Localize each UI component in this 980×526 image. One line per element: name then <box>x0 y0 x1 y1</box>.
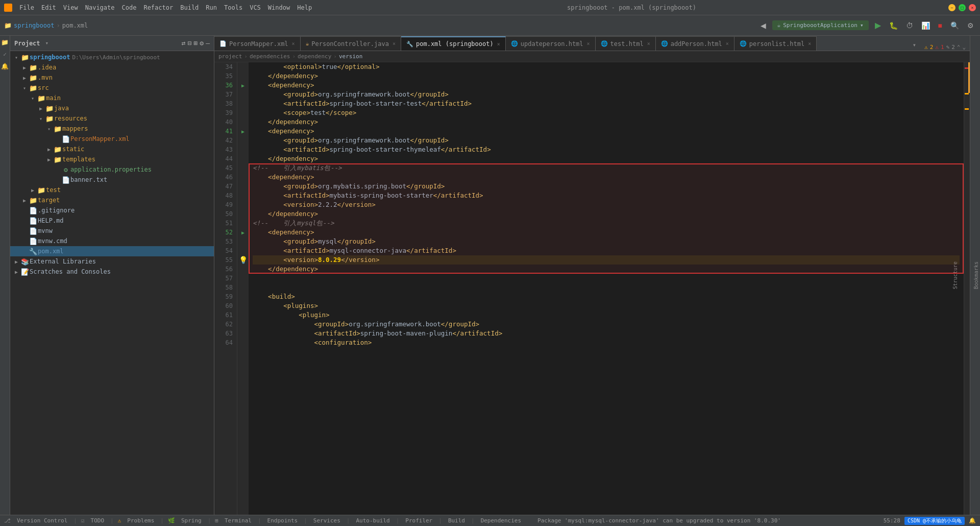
statusbar-build[interactable]: Build <box>446 517 467 524</box>
tab-pom[interactable]: 🔧 pom.xml (springbooot) × <box>401 36 506 51</box>
maximize-button[interactable]: □ <box>959 4 966 11</box>
collapse-tab-icon[interactable]: ⌄ <box>962 44 966 51</box>
tree-scratches[interactable]: ▶ 📝 Scratches and Consoles <box>10 267 214 277</box>
tab-addperson[interactable]: 🌐 addPerson.html × <box>656 36 734 51</box>
menu-window[interactable]: Window <box>265 3 293 12</box>
run-gutter-52[interactable]: ▶ <box>241 230 244 235</box>
tree-mvnw-cmd[interactable]: ▶ 📄 mvnw.cmd <box>10 236 214 246</box>
debug-button[interactable]: 🐛 <box>887 20 900 31</box>
tab-pc-close[interactable]: × <box>393 41 396 46</box>
menu-edit[interactable]: Edit <box>38 3 59 12</box>
tree-static[interactable]: ▶ 📁 static <box>10 144 214 154</box>
statusbar-todo[interactable]: TODO <box>89 517 107 524</box>
tab-pom-close[interactable]: × <box>497 41 500 47</box>
tab-ap-close[interactable]: × <box>726 41 729 46</box>
tree-app-prop[interactable]: ▶ ⚙ application.properties <box>10 164 214 175</box>
menu-vcs[interactable]: VCS <box>247 3 264 12</box>
coverage-button[interactable]: 📊 <box>919 20 932 31</box>
gutter-55[interactable]: 💡 <box>237 255 249 265</box>
tree-mvnw[interactable]: ▶ 📄 mvnw <box>10 226 214 236</box>
statusbar-profiler[interactable]: Profiler <box>403 517 434 524</box>
run-config-dropdown[interactable]: ☕ SpringboootApplication ▾ <box>772 20 869 30</box>
run-gutter-36[interactable]: ▶ <box>241 83 244 88</box>
left-icon-commit[interactable]: ✓ <box>3 51 7 58</box>
tree-mvn[interactable]: ▶ 📁 .mvn <box>10 73 214 83</box>
menu-refactor[interactable]: Refactor <box>140 3 176 12</box>
bc-project[interactable]: project <box>218 53 242 60</box>
stop-button[interactable]: ■ <box>936 20 944 31</box>
tree-person-mapper[interactable]: ▶ 📄 PersonMapper.xml <box>10 134 214 144</box>
statusbar-problems[interactable]: Problems <box>125 517 156 524</box>
sidebar-dropdown-arrow[interactable]: ▾ <box>45 40 49 46</box>
tab-pl-close[interactable]: × <box>808 41 811 46</box>
tree-java[interactable]: ▶ 📁 java <box>10 103 214 113</box>
sync-icon[interactable]: ⇄ <box>182 39 186 47</box>
menu-tools[interactable]: Tools <box>221 3 246 12</box>
tree-ext-libs[interactable]: ▶ 📚 External Libraries <box>10 256 214 267</box>
menu-build[interactable]: Build <box>177 3 202 12</box>
statusbar-notifications[interactable]: 🔔 <box>969 517 976 524</box>
tree-resources[interactable]: ▾ 📁 resources <box>10 113 214 124</box>
menu-run[interactable]: Run <box>203 3 220 12</box>
menu-view[interactable]: View <box>60 3 81 12</box>
tree-root[interactable]: ▾ 📁 springbooot D:\Users\Admin\springboo… <box>10 52 214 62</box>
tree-pom[interactable]: ▶ 🔧 pom.xml <box>10 246 214 256</box>
menu-navigate[interactable]: Navigate <box>82 3 118 12</box>
gutter-52[interactable]: ▶ <box>237 228 249 237</box>
close-button[interactable]: × <box>969 4 976 11</box>
editor[interactable]: 34 35 36 37 38 39 40 41 42 43 44 45 46 4… <box>214 62 970 515</box>
menu-file[interactable]: File <box>16 3 37 12</box>
tree-help[interactable]: ▶ 📄 HELP.md <box>10 216 214 226</box>
tab-test-close[interactable]: × <box>647 41 650 46</box>
run-button[interactable]: ▶ <box>873 19 883 31</box>
tab-updateperson[interactable]: 🌐 updateperson.html × <box>506 36 596 51</box>
collapse-icon[interactable]: ⊟ <box>188 39 192 47</box>
tree-mappers[interactable]: ▾ 📁 mappers <box>10 124 214 134</box>
csdn-badge[interactable]: CSDN @不承输的小乌龟 <box>904 517 965 525</box>
expand-icon[interactable]: ⊞ <box>194 39 198 47</box>
structure-label[interactable]: Structure <box>952 261 958 289</box>
tree-main[interactable]: ▾ 📁 main <box>10 93 214 103</box>
gutter-36[interactable]: ▶ <box>237 81 249 90</box>
statusbar-autobuild[interactable]: Auto-build <box>354 517 391 524</box>
tree-templates[interactable]: ▶ 📁 templates <box>10 154 214 164</box>
gutter-41[interactable]: ▶ <box>237 127 249 136</box>
statusbar-endpoints[interactable]: Endpoints <box>265 517 300 524</box>
left-icon-project[interactable]: 📁 <box>1 39 9 46</box>
statusbar-services[interactable]: Services <box>311 517 342 524</box>
tab-person-controller[interactable]: ☕ PersonController.java × <box>301 36 401 51</box>
tree-test[interactable]: ▶ 📁 test <box>10 185 214 195</box>
tree-banner[interactable]: ▶ 📄 banner.txt <box>10 175 214 185</box>
tab-pm-close[interactable]: × <box>292 41 295 46</box>
minimize-button[interactable]: − <box>948 4 955 11</box>
tab-test[interactable]: 🌐 test.html × <box>596 36 656 51</box>
profile-button[interactable]: ⏱ <box>904 20 915 31</box>
statusbar-terminal[interactable]: Terminal <box>223 517 254 524</box>
bc-dependency[interactable]: dependency <box>298 53 331 60</box>
tree-idea[interactable]: ▶ 📁 .idea <box>10 62 214 73</box>
statusbar-dependencies[interactable]: Dependencies <box>479 517 523 524</box>
minimize-sidebar-icon[interactable]: — <box>206 39 210 47</box>
statusbar-spring[interactable]: Spring <box>179 517 204 524</box>
tab-overflow-button[interactable]: ▾ <box>909 39 920 51</box>
left-icon-notifications[interactable]: 🔔 <box>1 63 9 70</box>
expand-tab-icon[interactable]: ⌃ <box>957 44 961 51</box>
bookmarks-label[interactable]: Bookmarks <box>973 261 979 289</box>
code-content[interactable]: <optional>true</optional> </dependency> … <box>249 62 964 515</box>
tab-personlist[interactable]: 🌐 personlist.html × <box>734 36 817 51</box>
statusbar-vc[interactable]: Version Control <box>15 517 69 524</box>
menu-help[interactable]: Help <box>294 3 315 12</box>
tree-target[interactable]: ▶ 📁 target <box>10 195 214 205</box>
back-button[interactable]: ◀ <box>758 20 768 31</box>
bc-dependencies[interactable]: dependencies <box>250 53 290 60</box>
tab-up-close[interactable]: × <box>587 41 590 46</box>
tab-person-mapper[interactable]: 📄 PersonMapper.xml × <box>214 36 301 51</box>
menu-code[interactable]: Code <box>119 3 140 12</box>
settings-tree-icon[interactable]: ⚙ <box>200 39 204 47</box>
settings-button[interactable]: ⚙ <box>965 20 976 31</box>
search-everywhere-button[interactable]: 🔍 <box>948 20 961 31</box>
tree-gitignore[interactable]: ▶ 📄 .gitignore <box>10 205 214 216</box>
lightbulb-icon[interactable]: 💡 <box>239 256 248 264</box>
run-gutter-41[interactable]: ▶ <box>241 129 244 134</box>
tree-src[interactable]: ▾ 📁 src <box>10 83 214 93</box>
